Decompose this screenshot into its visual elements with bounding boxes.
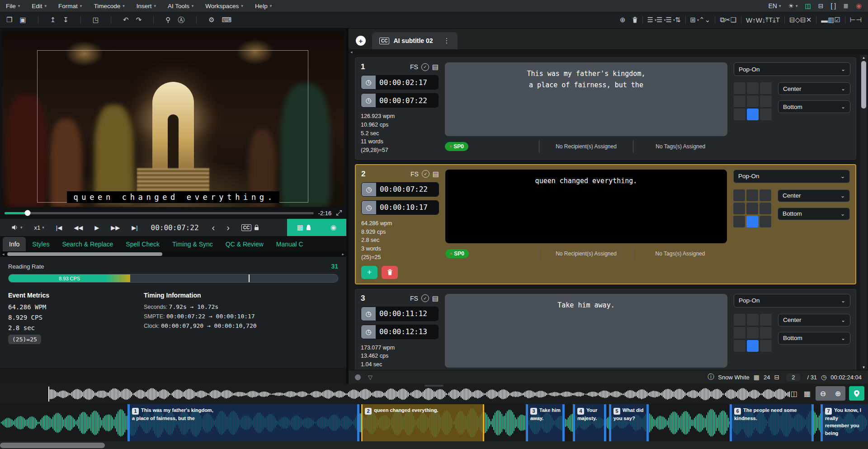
grid-cell[interactable] bbox=[734, 109, 745, 120]
align-right-icon[interactable]: ☰▾ bbox=[665, 16, 675, 24]
scroll-down-icon[interactable]: ▾ bbox=[860, 365, 867, 369]
view-grid-icon[interactable]: ⊞▾ bbox=[690, 16, 699, 24]
filmstrip-icon[interactable]: ▦ bbox=[802, 389, 812, 398]
grid-cell[interactable] bbox=[760, 314, 772, 326]
approve-icon[interactable]: ✓ bbox=[421, 63, 429, 71]
status-indicator[interactable] bbox=[355, 374, 361, 380]
scroll-left-icon[interactable]: ◂ bbox=[2, 252, 5, 256]
timecode-out-input[interactable] bbox=[376, 201, 439, 214]
merge-event-icon[interactable]: ⊟✕ bbox=[800, 16, 811, 24]
expand-icon[interactable]: ⌄ bbox=[705, 16, 711, 24]
subtitle-text-editor[interactable]: This was my father's kingdom,a place of … bbox=[445, 62, 727, 136]
follow-playhead-button[interactable] bbox=[849, 386, 864, 401]
rewind-button[interactable]: ◀◀ bbox=[68, 219, 89, 236]
seek-thumb[interactable] bbox=[25, 210, 31, 216]
valign-select[interactable]: Bottom⌄ bbox=[778, 332, 850, 345]
remove-speaker-icon[interactable]: × bbox=[449, 144, 452, 149]
approve-icon[interactable]: ✓ bbox=[421, 294, 429, 302]
menu-insert[interactable]: Insert▾ bbox=[131, 0, 162, 12]
valign-select[interactable]: Bottom⌄ bbox=[778, 208, 850, 220]
timeline-block[interactable]: 4Your majesty. bbox=[573, 404, 606, 441]
skip-end-button[interactable]: ▶| bbox=[126, 219, 143, 236]
split-view-icon[interactable]: ◫ bbox=[789, 389, 799, 398]
move-line-up-icon[interactable]: ⤒T bbox=[765, 16, 773, 24]
comment-icon[interactable]: ▤ bbox=[432, 294, 439, 302]
grid-cell[interactable] bbox=[733, 189, 745, 201]
comment-icon[interactable]: ▤ bbox=[433, 170, 439, 178]
scroll-left-icon[interactable]: ◂ bbox=[350, 50, 353, 54]
shift-start-icon[interactable]: ⊢ bbox=[850, 16, 856, 24]
settings-icon[interactable]: ⚙ bbox=[208, 16, 214, 24]
grid-cell[interactable] bbox=[747, 314, 759, 326]
menu-workspaces[interactable]: Workspaces▾ bbox=[199, 0, 249, 12]
speaker-badge[interactable]: ×SP0 bbox=[445, 142, 468, 151]
events-hscrollbar[interactable]: ◂ bbox=[349, 49, 868, 55]
timeline-block[interactable]: 7You know, I really remember you being bbox=[821, 404, 868, 441]
subtitle-event-row[interactable]: 1 FS ✓ ▤ ◷ ◷ bbox=[355, 57, 856, 160]
paste-icon[interactable]: ⧉ bbox=[720, 16, 725, 24]
grid-cell[interactable] bbox=[747, 327, 759, 339]
filter-icon[interactable]: ▽ bbox=[368, 374, 373, 381]
grid-cell[interactable] bbox=[734, 327, 745, 339]
sort-events-icon[interactable]: ⇅ bbox=[675, 16, 681, 24]
shift-end-icon[interactable]: ⊣ bbox=[856, 16, 862, 24]
volume-button[interactable]: ▾ bbox=[5, 219, 28, 236]
halign-select[interactable]: Center⌄ bbox=[778, 82, 850, 95]
kebab-menu-icon[interactable]: ⋮ bbox=[443, 37, 450, 45]
delete-event-icon[interactable] bbox=[632, 17, 638, 23]
timecode-out-input[interactable] bbox=[376, 94, 438, 107]
playback-speed[interactable]: x1▾ bbox=[28, 219, 50, 236]
align-center-icon[interactable]: ☰▾ bbox=[656, 16, 665, 24]
scroll-up-icon[interactable]: ▴ bbox=[860, 55, 867, 60]
grid-cell[interactable] bbox=[734, 340, 745, 352]
timecode-out[interactable]: ◷ bbox=[361, 325, 439, 339]
menu-format[interactable]: Format▾ bbox=[52, 0, 88, 12]
insert-event-button[interactable]: + bbox=[361, 266, 377, 279]
subtitle-event-row-selected[interactable]: 2 FS ✓ ▤ ◷ ◷ bbox=[355, 164, 856, 284]
events-scrollbar[interactable]: ▴ ▾ bbox=[860, 55, 867, 370]
seek-slider[interactable] bbox=[5, 212, 314, 214]
tabs-scrollbar[interactable]: ◂ ▸ bbox=[1, 251, 345, 257]
halign-select[interactable]: Center⌄ bbox=[778, 189, 850, 202]
theme-toggle[interactable]: ☀▾ bbox=[788, 2, 797, 9]
fullscreen-icon[interactable]: [ ] bbox=[831, 2, 836, 9]
grid-cell[interactable] bbox=[760, 109, 772, 120]
recipients-cell[interactable]: No Recipient(s) Assigned bbox=[539, 248, 633, 260]
display-mode-icon[interactable]: ⊟ bbox=[818, 2, 824, 9]
grid-cell[interactable] bbox=[760, 189, 771, 201]
zoom-in-button[interactable]: ⊕ bbox=[830, 386, 845, 401]
grid-cell[interactable] bbox=[760, 216, 771, 227]
display-style-select[interactable]: Pop-On⌄ bbox=[733, 170, 850, 183]
play-button[interactable]: ▶ bbox=[89, 219, 105, 236]
recipients-cell[interactable]: No Recipient(s) Assigned bbox=[539, 141, 633, 152]
add-track-button[interactable]: + bbox=[356, 36, 366, 46]
timecode-in[interactable]: ◷ bbox=[361, 75, 439, 90]
tab-info[interactable]: Info bbox=[3, 237, 26, 251]
remove-speaker-icon[interactable]: × bbox=[450, 251, 452, 256]
menu-help[interactable]: Help▾ bbox=[249, 0, 278, 12]
next-event-button[interactable]: › bbox=[221, 219, 236, 236]
caption-preview-toggle[interactable]: CC bbox=[236, 219, 264, 236]
timeline-track[interactable]: 1This was my father's kingdom, a place o… bbox=[0, 404, 868, 441]
tab-search-replace[interactable]: Search & Replace bbox=[56, 237, 119, 251]
grid-cell[interactable] bbox=[760, 95, 772, 107]
tags-cell[interactable]: No Tags(s) Assigned bbox=[633, 141, 727, 152]
move-word-down-icon[interactable]: W↓ bbox=[756, 16, 766, 24]
position-grid[interactable] bbox=[734, 314, 772, 352]
display-style-select[interactable]: Pop-On⌄ bbox=[734, 62, 850, 76]
position-grid[interactable] bbox=[733, 189, 771, 227]
fullscreen-video-icon[interactable]: ⤢ bbox=[336, 209, 342, 217]
timecode-in[interactable]: ◷ bbox=[361, 182, 439, 197]
timecode-out-input[interactable] bbox=[376, 325, 438, 339]
tags-cell[interactable]: No Tags(s) Assigned bbox=[633, 248, 727, 260]
approve-icon[interactable]: ✓ bbox=[422, 170, 429, 178]
tab-qc-review[interactable]: QC & Review bbox=[219, 237, 270, 251]
grid-cell-active[interactable] bbox=[747, 340, 759, 352]
playhead[interactable] bbox=[48, 387, 49, 402]
fast-forward-button[interactable]: ▶▶ bbox=[105, 219, 126, 236]
shortcuts-icon[interactable]: ⌨ bbox=[222, 16, 232, 24]
help-icon[interactable]: ◉ bbox=[856, 2, 862, 10]
notes-icon[interactable]: ≣ bbox=[843, 2, 849, 9]
undo-icon[interactable]: ↶ bbox=[123, 16, 129, 24]
timecode-in-input[interactable] bbox=[376, 307, 438, 321]
